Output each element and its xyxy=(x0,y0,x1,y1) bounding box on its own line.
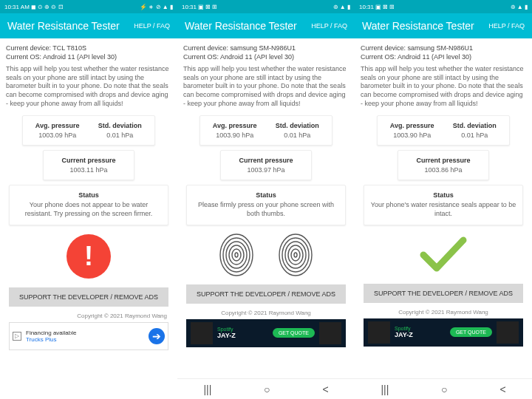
avg-value: 1003.09 hPa xyxy=(29,132,86,139)
std-value: 0.01 hPa xyxy=(92,132,149,139)
copyright: Copyright © 2021 Raymond Wang xyxy=(10,313,167,319)
ad-name: JAY-Z xyxy=(217,332,268,339)
ad-line2: Trucks Plus xyxy=(26,336,144,343)
current-card: Current pressure 1003.86 hPa xyxy=(398,150,488,180)
svg-point-5 xyxy=(235,253,238,257)
status-bar: 10:31 ▣ ⊠ ⊞ ⊛ ▲ ▮ xyxy=(177,0,355,13)
nav-bar: ||| ○ < xyxy=(177,378,355,399)
home-button[interactable]: ○ xyxy=(264,383,270,395)
screen-3: 10:31 ▣ ⊠ ⊞ ⊛ ▲ ▮ Water Resistance Teste… xyxy=(355,0,532,399)
svg-point-1 xyxy=(223,238,250,272)
fingerprint-icon xyxy=(277,233,314,277)
svg-point-10 xyxy=(291,249,300,261)
screen-2: 10:31 ▣ ⊠ ⊞ ⊛ ▲ ▮ Water Resistance Teste… xyxy=(177,0,355,399)
std-value: 0.01 hPa xyxy=(446,132,503,139)
alert-icon: ! xyxy=(66,234,111,279)
notification-icons: ◼ ⊙ ⊕ ⊖ ⊡ xyxy=(31,4,64,10)
svg-point-11 xyxy=(294,253,297,257)
help-link[interactable]: HELP / FAQ xyxy=(488,22,525,30)
ad-name: JAY-Z xyxy=(395,331,446,338)
fingerprint-icon xyxy=(218,233,255,277)
clock: 10:31 xyxy=(182,4,197,10)
ad-thumb xyxy=(191,322,213,344)
cur-value: 1003.97 hPa xyxy=(227,166,304,174)
cur-label: Current pressure xyxy=(50,157,127,164)
recents-button[interactable]: ||| xyxy=(203,383,211,395)
cur-value: 1003.11 hPa xyxy=(50,166,127,174)
status-card: Status Your phone does not appear to be … xyxy=(9,185,168,225)
copyright: Copyright © 2021 Raymond Wang xyxy=(365,309,522,316)
avg-label: Avg. pressure xyxy=(383,122,440,129)
pressure-card: Avg. pressure1003.09 hPa Std. deviation0… xyxy=(22,115,154,146)
nav-bar: ||| ○ < xyxy=(355,378,532,399)
svg-point-0 xyxy=(220,234,253,276)
status-bar: 10:31 AM◼ ⊙ ⊕ ⊖ ⊡ ⚡ ∗ ⊘ ▲ ▮ xyxy=(0,0,177,13)
svg-point-4 xyxy=(232,249,241,261)
notification-icons: ▣ ⊠ ⊞ xyxy=(198,4,217,10)
ad-arrow-icon[interactable]: ➔ xyxy=(149,328,165,344)
copyright: Copyright © 2021 Raymond Wang xyxy=(188,310,344,316)
support-button[interactable]: SUPPORT THE DEVELOPER / REMOVE ADS xyxy=(364,284,523,303)
avg-value: 1003.90 hPa xyxy=(206,132,263,139)
status-text: Your phone's water resistance seals appe… xyxy=(370,201,516,218)
help-link[interactable]: HELP / FAQ xyxy=(134,22,170,30)
status-text: Your phone does not appear to be water r… xyxy=(16,201,161,218)
status-label: Status xyxy=(193,191,338,199)
back-button[interactable]: < xyxy=(322,383,328,395)
ad-thumb xyxy=(497,321,519,344)
current-card: Current pressure 1003.97 hPa xyxy=(220,150,311,180)
ad-thumb xyxy=(319,322,341,344)
notification-icons: ▣ ⊠ ⊞ xyxy=(375,4,395,10)
main-content: Current device: samsung SM-N986U1 Curren… xyxy=(177,38,355,378)
ad-thumb xyxy=(368,321,390,344)
clock: 10:31 AM xyxy=(4,4,30,10)
device-label: Current device: samsung SM-N986U1 xyxy=(183,44,349,52)
home-button[interactable]: ○ xyxy=(441,383,447,395)
app-bar: Water Resistance Tester HELP / FAQ xyxy=(0,13,177,38)
std-label: Std. deviation xyxy=(92,122,149,129)
ad-cta-button[interactable]: GET QUOTE xyxy=(450,327,492,337)
device-label: Current device: samsung SM-N986U1 xyxy=(361,44,526,52)
description: This app will help you test whether the … xyxy=(361,65,526,108)
help-link[interactable]: HELP / FAQ xyxy=(311,22,347,30)
cur-label: Current pressure xyxy=(227,157,304,164)
screen-1: 10:31 AM◼ ⊙ ⊕ ⊖ ⊡ ⚡ ∗ ⊘ ▲ ▮ Water Resist… xyxy=(0,0,177,399)
app-title: Water Resistance Tester xyxy=(7,20,120,32)
system-icons: ⊛ ▲ ▮ xyxy=(333,4,350,10)
svg-point-7 xyxy=(282,238,309,272)
status-label: Status xyxy=(370,191,516,199)
status-bar: 10:31 ▣ ⊠ ⊞ ⊛ ▲ ▮ xyxy=(355,0,532,13)
ad-cta-button[interactable]: GET QUOTE xyxy=(273,328,315,338)
cur-label: Current pressure xyxy=(404,157,482,164)
ad-banner[interactable]: SpotifyJAY-Z GET QUOTE xyxy=(186,319,346,347)
app-bar: Water Resistance Tester HELP / FAQ xyxy=(177,13,355,38)
ad-banner[interactable]: SpotifyJAY-Z GET QUOTE xyxy=(364,318,523,347)
support-button[interactable]: SUPPORT THE DEVELOPER / REMOVE ADS xyxy=(186,284,346,304)
system-icons: ⊛ ▲ ▮ xyxy=(511,4,528,10)
main-content: Current device: TCL T810S Current OS: An… xyxy=(0,38,177,399)
pressure-card: Avg. pressure1003.90 hPa Std. deviation0… xyxy=(377,115,509,146)
std-label: Std. deviation xyxy=(269,122,326,129)
system-icons: ⚡ ∗ ⊘ ▲ ▮ xyxy=(140,4,173,10)
recents-button[interactable]: ||| xyxy=(381,383,389,395)
app-title: Water Resistance Tester xyxy=(185,20,297,32)
device-label: Current device: TCL T810S xyxy=(6,44,171,52)
checkmark-icon xyxy=(417,234,469,275)
ad-marker-icon: ▷ xyxy=(13,332,21,341)
os-label: Current OS: Android 11 (API level 30) xyxy=(361,53,526,61)
avg-value: 1003.90 hPa xyxy=(383,132,440,139)
status-card: Status Your phone's water resistance sea… xyxy=(364,185,522,225)
status-card: Status Please firmly press on your phone… xyxy=(186,185,345,225)
current-card: Current pressure 1003.11 hPa xyxy=(43,150,134,180)
std-label: Std. deviation xyxy=(446,122,503,129)
support-button[interactable]: SUPPORT THE DEVELOPER / REMOVE ADS xyxy=(9,287,168,307)
status-label: Status xyxy=(16,191,161,199)
back-button[interactable]: < xyxy=(499,383,505,395)
app-title: Water Resistance Tester xyxy=(362,20,474,32)
os-label: Current OS: Android 11 (API level 30) xyxy=(6,53,171,61)
status-text: Please firmly press on your phone screen… xyxy=(193,201,338,218)
ad-banner[interactable]: ▷ Financing availableTrucks Plus ➔ xyxy=(9,322,168,350)
ad-brand: Spotify xyxy=(395,326,446,331)
ad-line1: Financing available xyxy=(26,330,144,336)
fingerprint-row xyxy=(183,233,349,277)
